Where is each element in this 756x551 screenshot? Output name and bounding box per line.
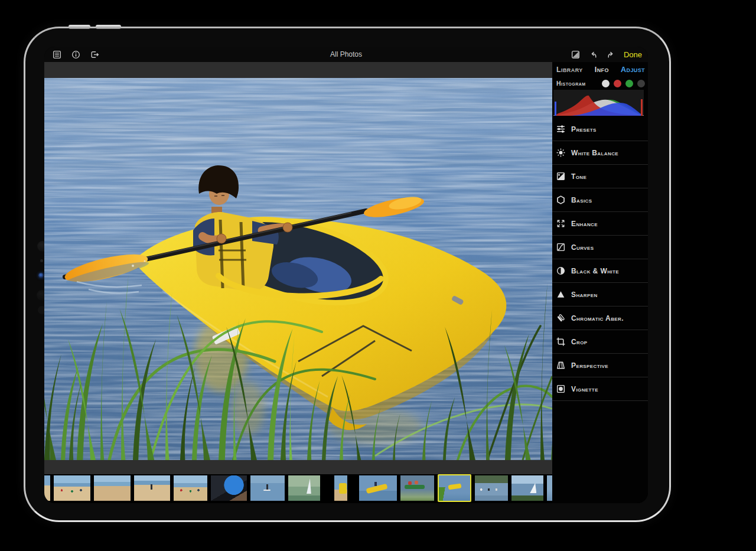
adjust-item-perspective[interactable]: Perspective: [552, 354, 648, 377]
channel-toggle-red[interactable]: [614, 80, 621, 87]
thumbnail[interactable]: [250, 475, 285, 501]
adjust-item-label: Enhance: [571, 220, 598, 228]
adjust-item-label: Chromatic Aber.: [571, 314, 624, 322]
photo-viewport[interactable]: [44, 62, 552, 474]
adjust-item-label: Vignette: [571, 385, 598, 393]
thumbnail[interactable]: [134, 475, 170, 501]
thumbnail[interactable]: [94, 475, 131, 501]
histogram-header: Histogram: [552, 77, 648, 90]
adjust-item-presets[interactable]: Presets: [552, 118, 648, 141]
sensor-dot: [38, 273, 44, 278]
curve-icon: [556, 242, 566, 252]
export-icon[interactable]: [90, 50, 100, 60]
triangle-icon: [556, 289, 566, 299]
histogram-display: [553, 90, 644, 116]
expand-arrows-icon: [556, 219, 566, 229]
info-icon[interactable]: [71, 50, 81, 60]
photo-column: [44, 62, 552, 503]
adjust-item-label: Black & White: [571, 267, 619, 275]
adjust-item-curves[interactable]: Curves: [552, 236, 648, 259]
sliders-icon: [556, 124, 566, 134]
adjust-item-black-and-white[interactable]: Black & White: [552, 259, 648, 283]
channel-toggle-luminance[interactable]: [602, 80, 610, 87]
toolbar-left-group: [52, 47, 100, 62]
adjust-item-crop[interactable]: Crop: [552, 330, 648, 354]
tone-icon: [556, 171, 566, 181]
thumbnail[interactable]: [288, 475, 320, 501]
thumb-art: [478, 488, 501, 491]
adjust-item-label: Presets: [571, 125, 597, 133]
thumbnail-selected[interactable]: [438, 474, 471, 502]
histogram-label: Histogram: [556, 80, 598, 87]
thumbnail[interactable]: [475, 475, 508, 501]
tab-library[interactable]: Library: [556, 66, 583, 74]
volume-up-button[interactable]: [69, 25, 90, 29]
thumb-art: [263, 490, 271, 491]
thumbnail[interactable]: [211, 475, 247, 501]
thumbnail[interactable]: [174, 475, 207, 501]
thumbnail[interactable]: [547, 475, 552, 501]
filmstrip: [44, 474, 552, 503]
adjust-sidebar: Library Info Adjust Histogram: [552, 62, 648, 503]
thumb-art: [306, 478, 314, 494]
adjust-item-label: Tone: [571, 172, 586, 181]
channel-toggle-blue[interactable]: [637, 80, 645, 87]
adjust-item-sharpen[interactable]: Sharpen: [552, 283, 648, 307]
thumbnail[interactable]: [511, 475, 543, 501]
thumbnail[interactable]: [44, 475, 50, 501]
toolbar-right-group: Done: [571, 47, 642, 62]
thumbnail[interactable]: [334, 475, 347, 501]
thumb-art: [530, 483, 536, 493]
photo-canvas[interactable]: [44, 78, 552, 460]
thumb-art: [438, 487, 449, 502]
thumb-art: [339, 483, 347, 494]
adjust-item-basics[interactable]: Basics: [552, 188, 648, 212]
thumbnail[interactable]: [400, 475, 434, 501]
thumb-art: [177, 488, 204, 493]
adjust-item-label: Curves: [571, 243, 594, 252]
thumbnail[interactable]: [359, 475, 397, 501]
thumb-art: [266, 484, 268, 490]
adjustments-list: Presets White Balance: [552, 118, 648, 401]
adjust-item-label: White Balance: [571, 149, 618, 157]
adjust-item-tone[interactable]: Tone: [552, 165, 648, 188]
adjust-item-white-balance[interactable]: White Balance: [552, 141, 648, 165]
perspective-icon: [556, 360, 566, 370]
thumb-art: [374, 482, 377, 486]
redo-icon[interactable]: [606, 50, 616, 60]
thumb-art: [415, 481, 418, 484]
top-toolbar: All Photos Done: [44, 47, 648, 62]
ipad-device: All Photos Done: [24, 27, 671, 522]
adjust-item-chromatic-aberration[interactable]: Chromatic Aber.: [552, 307, 648, 330]
hexagon-icon: [556, 195, 566, 205]
prism-icon: [556, 313, 566, 323]
adjust-item-label: Perspective: [571, 361, 608, 370]
adjust-item-vignette[interactable]: Vignette: [552, 377, 648, 401]
app-screen: All Photos Done: [44, 47, 648, 503]
thumb-art: [57, 488, 87, 493]
sun-icon: [556, 148, 566, 158]
mic-dot: [40, 259, 43, 262]
histogram-chart: [553, 90, 644, 116]
list-icon[interactable]: [52, 50, 62, 60]
channel-toggle-green[interactable]: [625, 80, 633, 87]
vignette-icon: [556, 384, 566, 394]
adjust-item-label: Crop: [571, 338, 588, 346]
tab-adjust[interactable]: Adjust: [621, 66, 645, 74]
undo-icon[interactable]: [588, 50, 598, 60]
done-button[interactable]: Done: [624, 50, 642, 59]
volume-down-button[interactable]: [96, 25, 121, 29]
adjust-item-enhance[interactable]: Enhance: [552, 212, 648, 236]
adjust-item-label: Basics: [571, 196, 592, 204]
sidebar-tabs: Library Info Adjust: [552, 62, 648, 77]
tab-info[interactable]: Info: [595, 66, 609, 74]
adjust-item-label: Sharpen: [571, 291, 598, 299]
thumb-art: [448, 483, 461, 490]
thumbnail[interactable]: [54, 475, 90, 501]
thumb-art: [405, 485, 425, 489]
thumb-art: [151, 484, 152, 490]
crop-icon: [556, 337, 566, 347]
compare-icon[interactable]: [571, 50, 581, 60]
page-title: All Photos: [140, 47, 552, 62]
thumb-art: [408, 481, 412, 485]
